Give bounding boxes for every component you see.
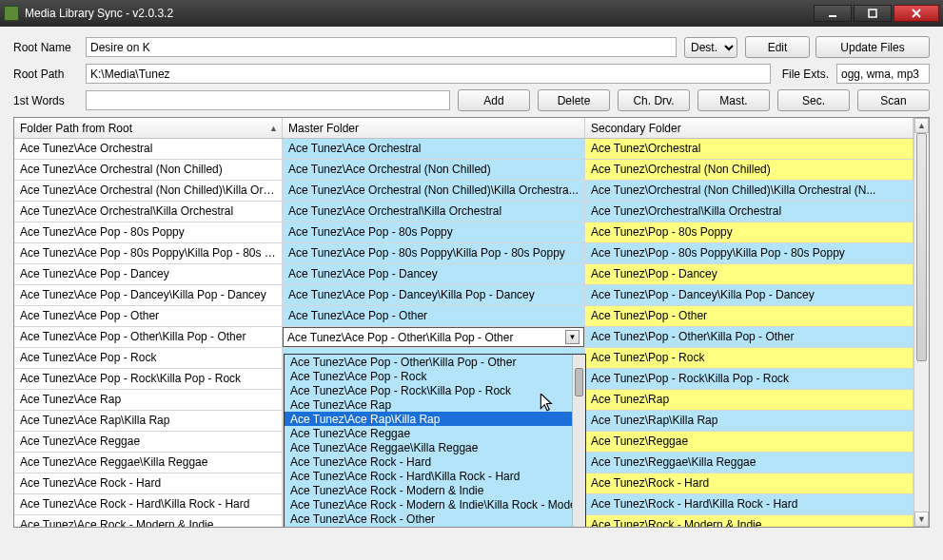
- cell-folder-path[interactable]: Ace Tunez\Ace Rock - Hard: [14, 473, 283, 493]
- cell-secondary-folder[interactable]: Ace Tunez\Pop - Rock: [585, 348, 914, 368]
- table-row[interactable]: Ace Tunez\Ace Orchestral (Non Chilled)Ac…: [14, 160, 914, 181]
- scroll-up-icon[interactable]: ▲: [914, 118, 929, 133]
- cell-master-folder[interactable]: Ace Tunez\Ace Orchestral: [283, 139, 585, 159]
- cell-secondary-folder[interactable]: Ace Tunez\Pop - 80s Poppy: [585, 222, 914, 242]
- window-title: Media Library Sync - v2.0.3.2: [25, 7, 814, 20]
- cell-secondary-folder[interactable]: Ace Tunez\Pop - Other\Killa Pop - Other: [585, 327, 914, 347]
- dropdown-item[interactable]: Ace Tunez\Ace Pop - Rock\Killa Pop - Roc…: [285, 383, 585, 397]
- cell-secondary-folder[interactable]: Ace Tunez\Orchestral (Non Chilled)\Killa…: [585, 181, 914, 201]
- grid-scrollbar[interactable]: ▲ ▼: [914, 118, 929, 527]
- cell-folder-path[interactable]: Ace Tunez\Ace Pop - Dancey: [14, 264, 283, 284]
- cell-folder-path[interactable]: Ace Tunez\Ace Pop - 80s Poppy\Killa Pop …: [14, 243, 283, 263]
- cell-secondary-folder[interactable]: Ace Tunez\Orchestral: [585, 139, 914, 159]
- master-combo-text: Ace Tunez\Ace Pop - Other\Killa Pop - Ot…: [287, 331, 513, 344]
- cell-secondary-folder[interactable]: Ace Tunez\Rock - Hard\Killa Rock - Hard: [585, 494, 914, 514]
- table-row[interactable]: Ace Tunez\Ace Pop - Dancey\Killa Pop - D…: [14, 285, 914, 306]
- table-row[interactable]: Ace Tunez\Ace Pop - OtherAce Tunez\Ace P…: [14, 306, 914, 327]
- cell-secondary-folder[interactable]: Ace Tunez\Reggae: [585, 432, 914, 452]
- cell-secondary-folder[interactable]: Ace Tunez\Reggae\Killa Reggae: [585, 453, 914, 473]
- cell-secondary-folder[interactable]: Ace Tunez\Rap\Killa Rap: [585, 411, 914, 431]
- dropdown-item[interactable]: Ace Tunez\Ace Pop - Rock: [285, 369, 585, 383]
- table-row[interactable]: Ace Tunez\Ace Orchestral\Killa Orchestra…: [14, 202, 914, 222]
- cell-folder-path[interactable]: Ace Tunez\Ace Orchestral (Non Chilled)\K…: [14, 181, 283, 201]
- cell-master-folder[interactable]: Ace Tunez\Ace Pop - Dancey: [283, 264, 585, 284]
- cell-master-folder[interactable]: Ace Tunez\Ace Orchestral (Non Chilled): [283, 160, 585, 180]
- dropdown-item[interactable]: Ace Tunez\Ace Rock - Other: [285, 512, 585, 526]
- cell-master-folder[interactable]: Ace Tunez\Ace Pop - 80s Poppy\Killa Pop …: [283, 243, 585, 263]
- dropdown-item[interactable]: Ace Tunez\Ace Reggae: [285, 426, 585, 440]
- cell-secondary-folder[interactable]: Ace Tunez\Pop - Dancey: [585, 264, 914, 284]
- scroll-down-icon[interactable]: ▼: [914, 512, 929, 527]
- cell-master-folder[interactable]: Ace Tunez\Ace Orchestral\Killa Orchestra…: [283, 202, 585, 222]
- delete-button[interactable]: Delete: [538, 89, 610, 111]
- dropdown-item[interactable]: Ace Tunez\Ace Rock - Modern & Indie: [285, 483, 585, 497]
- add-button[interactable]: Add: [458, 89, 530, 111]
- cell-master-folder[interactable]: Ace Tunez\Ace Pop - 80s Poppy: [283, 222, 585, 242]
- dropdown-item[interactable]: Ace Tunez\Ace Rock - Other\Killa Rock - …: [285, 526, 585, 527]
- root-name-input[interactable]: [86, 37, 677, 57]
- cell-folder-path[interactable]: Ace Tunez\Ace Rock - Modern & Indie: [14, 515, 283, 527]
- cell-folder-path[interactable]: Ace Tunez\Ace Reggae: [14, 432, 283, 452]
- master-combo[interactable]: Ace Tunez\Ace Pop - Other\Killa Pop - Ot…: [283, 327, 584, 347]
- cell-folder-path[interactable]: Ace Tunez\Ace Rap\Killa Rap: [14, 411, 283, 431]
- cell-secondary-folder[interactable]: Ace Tunez\Rock - Hard: [585, 473, 914, 493]
- dropdown-item[interactable]: Ace Tunez\Ace Rock - Hard\Killa Rock - H…: [285, 469, 585, 483]
- cell-folder-path[interactable]: Ace Tunez\Ace Orchestral: [14, 139, 283, 159]
- dropdown-item[interactable]: Ace Tunez\Ace Pop - Other\Killa Pop - Ot…: [285, 355, 585, 369]
- cell-folder-path[interactable]: Ace Tunez\Ace Pop - Rock: [14, 348, 283, 368]
- cell-folder-path[interactable]: Ace Tunez\Ace Rock - Hard\Killa Rock - H…: [14, 494, 283, 514]
- root-path-input[interactable]: [86, 64, 771, 84]
- cell-secondary-folder[interactable]: Ace Tunez\Pop - 80s Poppy\Killa Pop - 80…: [585, 243, 914, 263]
- cell-folder-path[interactable]: Ace Tunez\Ace Pop - Other: [14, 306, 283, 326]
- cell-folder-path[interactable]: Ace Tunez\Ace Pop - Other\Killa Pop - Ot…: [14, 327, 283, 347]
- close-button[interactable]: [894, 5, 939, 22]
- dropdown-item[interactable]: Ace Tunez\Ace Rap: [285, 397, 585, 412]
- col-header-master[interactable]: Master Folder: [283, 118, 585, 138]
- cell-secondary-folder[interactable]: Ace Tunez\Pop - Rock\Killa Pop - Rock: [585, 369, 914, 389]
- cell-master-folder[interactable]: Ace Tunez\Ace Orchestral (Non Chilled)\K…: [283, 181, 585, 201]
- cell-folder-path[interactable]: Ace Tunez\Ace Rap: [14, 390, 283, 410]
- col-header-folder-path[interactable]: Folder Path from Root▲: [14, 118, 283, 138]
- update-files-button[interactable]: Update Files: [815, 36, 930, 58]
- dest-select[interactable]: Dest.: [684, 37, 737, 58]
- cell-folder-path[interactable]: Ace Tunez\Ace Pop - Rock\Killa Pop - Roc…: [14, 369, 283, 389]
- cell-folder-path[interactable]: Ace Tunez\Ace Reggae\Killa Reggae: [14, 453, 283, 473]
- cell-master-folder[interactable]: Ace Tunez\Ace Pop - Dancey\Killa Pop - D…: [283, 285, 585, 305]
- cell-secondary-folder[interactable]: Ace Tunez\Rap: [585, 390, 914, 410]
- table-row[interactable]: Ace Tunez\Ace Orchestral (Non Chilled)\K…: [14, 181, 914, 202]
- cell-secondary-folder[interactable]: Ace Tunez\Orchestral (Non Chilled): [585, 160, 914, 180]
- cell-secondary-folder[interactable]: Ace Tunez\Pop - Other: [585, 306, 914, 326]
- cell-folder-path[interactable]: Ace Tunez\Ace Orchestral\Killa Orchestra…: [14, 202, 283, 222]
- cell-secondary-folder[interactable]: Ace Tunez\Orchestral\Killa Orchestral: [585, 202, 914, 222]
- cell-folder-path[interactable]: Ace Tunez\Ace Pop - Dancey\Killa Pop - D…: [14, 285, 283, 305]
- ch-drv-button[interactable]: Ch. Drv.: [618, 89, 690, 111]
- cell-master-folder[interactable]: Ace Tunez\Ace Pop - Other: [283, 306, 585, 326]
- cell-secondary-folder[interactable]: Ace Tunez\Pop - Dancey\Killa Pop - Dance…: [585, 285, 914, 305]
- cell-folder-path[interactable]: Ace Tunez\Ace Orchestral (Non Chilled): [14, 160, 283, 180]
- table-row[interactable]: Ace Tunez\Ace Pop - DanceyAce Tunez\Ace …: [14, 264, 914, 285]
- edit-button[interactable]: Edit: [745, 36, 810, 58]
- first-words-input[interactable]: [86, 90, 450, 110]
- table-row[interactable]: Ace Tunez\Ace Pop - Other\Killa Pop - Ot…: [14, 327, 914, 348]
- cell-folder-path[interactable]: Ace Tunez\Ace Pop - 80s Poppy: [14, 222, 283, 242]
- chevron-down-icon[interactable]: ▼: [565, 330, 580, 344]
- file-exts-input[interactable]: [836, 64, 930, 84]
- master-combo-dropdown[interactable]: Ace Tunez\Ace Pop - Other\Killa Pop - Ot…: [284, 354, 586, 527]
- dropdown-item[interactable]: Ace Tunez\Ace Rock - Modern & Indie\Kill…: [285, 497, 585, 512]
- table-row[interactable]: Ace Tunez\Ace OrchestralAce Tunez\Ace Or…: [14, 139, 914, 160]
- scan-button[interactable]: Scan: [857, 89, 930, 111]
- table-row[interactable]: Ace Tunez\Ace Pop - 80s PoppyAce Tunez\A…: [14, 222, 914, 243]
- maximize-button[interactable]: [854, 5, 892, 22]
- cell-master-folder[interactable]: Ace Tunez\Ace Pop - Other\Killa Pop - Ot…: [283, 327, 585, 347]
- dropdown-item[interactable]: Ace Tunez\Ace Rock - Hard: [285, 454, 585, 469]
- minimize-button[interactable]: [814, 5, 852, 22]
- dropdown-item[interactable]: Ace Tunez\Ace Reggae\Killa Reggae: [285, 440, 585, 454]
- sec-button[interactable]: Sec.: [777, 89, 850, 111]
- mast-button[interactable]: Mast.: [697, 89, 770, 111]
- table-row[interactable]: Ace Tunez\Ace Pop - 80s Poppy\Killa Pop …: [14, 243, 914, 264]
- cell-secondary-folder[interactable]: Ace Tunez\Rock - Modern & Indie: [585, 515, 914, 527]
- col-header-secondary[interactable]: Secondary Folder: [585, 118, 914, 138]
- grid-header: Folder Path from Root▲ Master Folder Sec…: [14, 118, 914, 139]
- dropdown-item[interactable]: Ace Tunez\Ace Rap\Killa Rap: [285, 412, 585, 426]
- dropdown-scrollbar[interactable]: [572, 355, 585, 527]
